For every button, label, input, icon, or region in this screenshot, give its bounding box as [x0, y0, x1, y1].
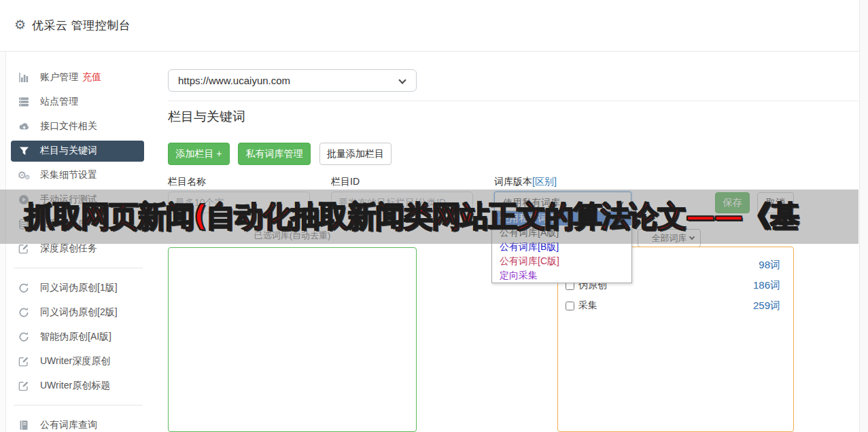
- refresh-icon: [17, 283, 31, 293]
- dropdown-option-public-a[interactable]: 公有词库[A版]: [492, 226, 631, 240]
- edit-icon: [17, 356, 31, 367]
- scrollbar-track[interactable]: [859, 0, 868, 432]
- column-id-label: 栏目ID: [331, 176, 360, 188]
- sidebar-item-public-lexicon-query[interactable]: 公有词库查询: [17, 413, 150, 432]
- column-id-input[interactable]: [331, 192, 473, 213]
- save-button[interactable]: 保存: [715, 192, 750, 213]
- sidebar-item-manual-run[interactable]: 手动运行测试: [17, 187, 150, 212]
- sidebar-item-interface-files[interactable]: 接口文件相关: [17, 114, 150, 139]
- gears-icon: ⚙⚙: [17, 169, 31, 181]
- column-name-label: 栏目名称: [168, 176, 206, 188]
- left-edge-strip: [0, 52, 6, 432]
- page-title: 栏目与关键词: [168, 108, 245, 126]
- sidebar-item-label: 手动运行测试: [40, 194, 97, 206]
- selected-lexicon-panel: [168, 247, 417, 432]
- word-count: 98词: [759, 259, 780, 272]
- refresh-icon: [17, 307, 31, 318]
- sidebar-item-label: 深度原创任务: [40, 242, 97, 255]
- add-column-button[interactable]: 添加栏目 +: [168, 143, 230, 165]
- chevron-down-icon: [689, 234, 695, 240]
- sidebar-item-columns-keywords[interactable]: 栏目与关键词: [11, 141, 144, 162]
- sidebar-item-label: 同义词伪原创[2版]: [40, 306, 118, 319]
- sidebar-item-sites[interactable]: 站点管理: [17, 90, 150, 114]
- filter-icon: [17, 146, 31, 156]
- cancel-button[interactable]: 取消: [757, 192, 794, 213]
- sidebar-item-label: 智能伪原创[AI版]: [40, 331, 111, 343]
- edit-icon: [17, 380, 31, 391]
- edit-icon: [17, 243, 31, 254]
- sidebar-item-label: 账户管理: [40, 71, 78, 84]
- all-lexicon-select[interactable]: 全部词库: [638, 229, 701, 247]
- play-icon: [17, 194, 31, 205]
- recharge-badge[interactable]: 充值: [82, 71, 101, 84]
- chevron-down-icon: [398, 76, 406, 84]
- sidebar-item-label: UWriter深度原创: [40, 355, 110, 367]
- sidebar-divider: [14, 268, 143, 268]
- gear-icon: ⚙: [14, 17, 26, 32]
- dropdown-option-public-c[interactable]: 公有词库[C版]: [492, 254, 631, 268]
- sidebar-item-synonym-2[interactable]: 同义词伪原创[2版]: [17, 300, 150, 325]
- database-icon: [17, 219, 31, 230]
- header: ⚙ 优采云 管理控制台: [0, 0, 868, 52]
- sidebar-item-label: 同义词伪原创[1版]: [40, 282, 118, 294]
- book-icon: [17, 420, 31, 431]
- app-title: 优采云 管理控制台: [32, 18, 131, 33]
- sidebar-item-deep-original-tasks[interactable]: 深度原创任务: [17, 236, 150, 261]
- site-select[interactable]: https://www.ucaiyun.com: [168, 69, 417, 92]
- site-select-value: https://www.ucaiyun.com: [178, 75, 290, 86]
- lexicon-row: 采集 259词: [566, 298, 786, 314]
- content-divider: [168, 101, 858, 101]
- sidebar-item-uwriter-deep[interactable]: UWriter深度原创: [17, 349, 150, 374]
- word-count: 259词: [753, 300, 780, 312]
- sidebar-item-label: 公有词库查询: [40, 419, 97, 431]
- refresh-icon: [17, 331, 31, 342]
- sidebar-item-label: UWriter原创标题: [40, 380, 110, 392]
- dropdown-option-public-b[interactable]: 公有词库[B版]: [492, 240, 631, 254]
- sidebar-item-account[interactable]: 账户管理 充值: [17, 65, 150, 90]
- all-lexicon-value: 全部词库: [652, 233, 687, 243]
- selected-lexicon-label: 已选词库(自动去重): [168, 230, 417, 242]
- server-icon: [17, 96, 31, 107]
- admin-console: ⚙ 优采云 管理控制台 账户管理 充值 站点管理 接口文件相关: [0, 0, 868, 432]
- sidebar-item-uwriter-title[interactable]: UWriter原创标题: [17, 374, 150, 398]
- dropdown-option-directed-collect[interactable]: 定向采集: [492, 268, 631, 283]
- sidebar-item-label: 栏目与关键词: [40, 145, 97, 157]
- sidebar-divider: [14, 405, 143, 406]
- version-diff-link[interactable]: [区别]: [532, 176, 557, 187]
- cloud-upload-icon: [17, 121, 31, 132]
- sidebar: 账户管理 充值 站点管理 接口文件相关 栏目与关键词 ⚙⚙ 采集细节设置: [17, 65, 150, 432]
- sidebar-item-label: 文章替换库: [40, 218, 88, 230]
- sidebar-item-label: 接口文件相关: [40, 120, 97, 132]
- lexicon-version-dropdown: 使用私有词库 公有词库[A版] 公有词库[B版] 公有词库[C版] 定向采集: [491, 211, 632, 283]
- sidebar-item-synonym-1[interactable]: 同义词伪原创[1版]: [17, 276, 150, 300]
- sidebar-item-article-library[interactable]: 文章替换库: [17, 212, 150, 236]
- batch-add-button[interactable]: 批量添加栏目: [319, 143, 392, 165]
- lexicon-version-value: 使用私有词库: [503, 197, 560, 208]
- private-lexicon-button[interactable]: 私有词库管理: [238, 143, 311, 165]
- column-name-input[interactable]: [168, 192, 310, 213]
- sidebar-item-label: 站点管理: [40, 96, 78, 108]
- collect-checkbox[interactable]: [566, 302, 574, 310]
- sidebar-item-collect-settings[interactable]: ⚙⚙ 采集细节设置: [17, 163, 150, 187]
- chevron-down-icon: [616, 198, 623, 206]
- lexicon-version-label: 词库版本[区别]: [494, 176, 557, 188]
- sidebar-item-label: 采集细节设置: [40, 169, 97, 181]
- bar-chart-icon: [17, 72, 31, 83]
- sidebar-item-ai-pseudo[interactable]: 智能伪原创[AI版]: [17, 325, 150, 349]
- word-count: 186词: [753, 279, 780, 292]
- dropdown-option-private[interactable]: 使用私有词库: [492, 211, 631, 226]
